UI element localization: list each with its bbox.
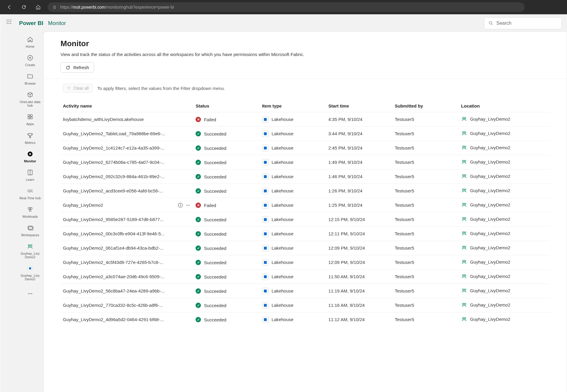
nav-item-browse[interactable]: Browse xyxy=(17,70,44,88)
svg-point-53 xyxy=(464,232,466,233)
folder-icon xyxy=(27,73,34,80)
svg-rect-15 xyxy=(30,117,32,119)
location-cell[interactable]: Guyhay_LivyDemo2 xyxy=(461,245,510,251)
start-time-cell: 1:49 PM, 9/10/24 xyxy=(326,155,393,169)
workspace-icon xyxy=(461,287,467,293)
nav-item-label: Browse xyxy=(25,82,36,85)
col-item-type[interactable]: Item type xyxy=(260,100,326,112)
nav-item-apps[interactable]: Apps xyxy=(17,110,44,129)
app-launcher-icon[interactable] xyxy=(6,19,12,24)
nav-item-label: Metrics xyxy=(25,141,35,144)
location-cell[interactable]: Guyhay_LivyDemo2 xyxy=(461,130,510,136)
location-cell[interactable]: Guyhay_LivyDemo2 xyxy=(461,259,510,265)
location-cell[interactable]: Guyhay_LivyDemo2 xyxy=(461,302,510,308)
start-time-cell: 11:12 AM, 9/10/24 xyxy=(326,312,393,327)
nav-item-realtime[interactable]: Real-Time hub xyxy=(17,184,44,203)
search-input[interactable]: Search xyxy=(484,17,562,29)
location-cell[interactable]: Guyhay_LivyDemo2 xyxy=(461,187,510,193)
activity-name: Guyhay_LivyDemo2_a3c074ae-20d6-49c6-9509… xyxy=(63,274,165,279)
item-type-label: Lakehouse xyxy=(272,245,293,251)
nav-item-learn[interactable]: Learn xyxy=(17,166,44,184)
nav-item-home[interactable]: Home xyxy=(17,33,44,51)
table-row[interactable]: Guyhay_LivyDemo2_770ca332-8c5c-426b-a8f6… xyxy=(61,298,550,312)
info-icon[interactable] xyxy=(178,203,183,208)
location-cell[interactable]: Guyhay_LivyDemo2 xyxy=(461,287,510,293)
start-time-cell: 2:45 PM, 9/10/24 xyxy=(326,141,393,155)
svg-point-38 xyxy=(462,175,464,176)
location-cell[interactable]: Guyhay_LivyDemo2 xyxy=(461,216,510,222)
refresh-browser-button[interactable] xyxy=(19,2,29,12)
table-row[interactable]: Guyhay_LivyDemo2_4d96a5d2-0464-4291-bf68… xyxy=(61,312,550,327)
table-row[interactable]: Guyhay_LivyDemo2_acd3cee9-e056-4afd-bc56… xyxy=(61,184,550,198)
status-succeeded-icon: ✓ xyxy=(196,188,201,194)
col-start-time[interactable]: Start time xyxy=(326,100,393,112)
col-location[interactable]: Location xyxy=(459,100,550,112)
location-cell[interactable]: Guyhay_LivyDemo2 xyxy=(461,159,510,165)
lakehouse-icon xyxy=(262,130,269,137)
table-row[interactable]: Guyhay_LivyDemo2_TableLoad_79a988be-69e6… xyxy=(61,127,550,141)
start-time-cell: 1:26 PM, 9/10/24 xyxy=(326,184,393,198)
status-cell: ✕ Failed xyxy=(196,117,216,122)
location-cell[interactable]: Guyhay_LivyDemo2 xyxy=(461,230,510,236)
svg-point-3 xyxy=(10,20,11,20)
submitted-by-cell: Testuser5 xyxy=(392,227,459,241)
table-row[interactable]: Guyhay_LivyDemo2_1c4124c7-e12a-4a35-a399… xyxy=(61,141,550,155)
svg-point-55 xyxy=(464,246,466,248)
nav-item-guyhay2[interactable]: Guyhay_Livy Demo2 xyxy=(17,262,44,284)
location-cell[interactable]: Guyhay_LivyDemo2 xyxy=(461,116,510,122)
home-browser-button[interactable] xyxy=(33,2,43,12)
status-succeeded-icon: ✓ xyxy=(196,260,201,265)
nav-item-workloads[interactable]: Workloads xyxy=(17,203,44,221)
status-label: Succeeded xyxy=(204,246,226,251)
more-icon[interactable] xyxy=(185,203,191,208)
location-cell[interactable]: Guyhay_LivyDemo2 xyxy=(461,202,510,208)
submitted-by-cell: Testuser5 xyxy=(392,198,459,212)
table-row[interactable]: Guyhay_LivyDemo2_00c3c0fb-e904-413f-9e46… xyxy=(61,227,550,241)
svg-point-43 xyxy=(180,204,181,204)
nav-more-button[interactable] xyxy=(17,287,44,300)
refresh-button[interactable]: Refresh xyxy=(61,62,94,73)
nav-item-monitor[interactable]: Monitor xyxy=(17,147,44,166)
nav-item-label: Workspaces xyxy=(21,233,39,237)
start-time-cell: 12:09 PM, 9/10/24 xyxy=(326,241,393,255)
location-cell[interactable]: Guyhay_LivyDemo2 xyxy=(461,316,510,322)
location-label: Guyhay_LivyDemo2 xyxy=(470,188,510,193)
col-activity-name[interactable]: Activity name xyxy=(61,100,193,112)
breadcrumb[interactable]: Monitor xyxy=(48,20,66,27)
nav-item-label: Learn xyxy=(26,178,34,181)
nav-item-create[interactable]: Create xyxy=(17,51,44,70)
nav-item-label: Guyhay_Livy Demo2 xyxy=(17,252,43,259)
svg-point-5 xyxy=(9,21,9,22)
workspace-icon xyxy=(461,159,467,165)
table-row[interactable]: livybatchdemo_withLivyDemoLakehouse ✕ Fa… xyxy=(61,112,550,127)
location-cell[interactable]: Guyhay_LivyDemo2 xyxy=(461,144,510,150)
brand-label[interactable]: Power BI xyxy=(19,20,43,27)
table-row[interactable]: Guyhay_LivyDemo2_4c5f43d9-727e-4265-b7c8… xyxy=(61,255,550,270)
table-row[interactable]: Guyhay_LivyDemo2_092c32c9-884a-461b-89e2… xyxy=(61,169,550,184)
nav-item-workspaces[interactable]: Workspaces xyxy=(17,221,44,240)
table-row[interactable]: Guyhay_LivyDemo2_6274b06a-c785-4a07-9c04… xyxy=(61,155,550,169)
table-row[interactable]: Guyhay_LivyDemo2_061af1e4-db94-43ca-bdb2… xyxy=(61,241,550,255)
url-bar[interactable]: https://msit.powerbi.com/monitoringhub?e… xyxy=(48,2,525,12)
left-navigation: Home Create Browse OneLake data hub Apps… xyxy=(17,32,44,392)
search-placeholder: Search xyxy=(496,21,512,26)
location-cell[interactable]: Guyhay_LivyDemo2 xyxy=(461,273,510,279)
table-row[interactable]: Guyhay_LivyDemo2_9585e287-5189-47d6-b877… xyxy=(61,212,550,227)
svg-point-35 xyxy=(464,146,466,147)
col-status[interactable]: Status xyxy=(193,100,260,112)
table-row[interactable]: Guyhay_LivyDemo2_a3c074ae-20d6-49c6-9509… xyxy=(61,270,550,284)
status-label: Succeeded xyxy=(204,217,226,222)
status-cell: ✓ Succeeded xyxy=(196,260,226,265)
table-row[interactable]: Guyhay_LivyDemo2_56c8ba47-24ea-4289-a9bb… xyxy=(61,284,550,298)
lakehouse-icon xyxy=(262,273,269,280)
nav-item-metrics[interactable]: Metrics xyxy=(17,129,44,147)
table-row[interactable]: Guyhay_LivyDemo2 ✕ Failed Lakehouse 1:25… xyxy=(61,198,550,212)
back-button[interactable] xyxy=(5,2,14,12)
lakehouse-icon xyxy=(262,159,269,166)
nav-item-onelake[interactable]: OneLake data hub xyxy=(17,88,44,110)
col-submitted-by[interactable]: Submitted by xyxy=(392,100,459,112)
clear-all-button[interactable]: Clear all xyxy=(63,84,92,93)
location-cell[interactable]: Guyhay_LivyDemo2 xyxy=(461,173,510,179)
nav-item-guyhay1[interactable]: Guyhay_Livy Demo2 xyxy=(17,240,44,262)
workspace-icon xyxy=(461,245,467,251)
